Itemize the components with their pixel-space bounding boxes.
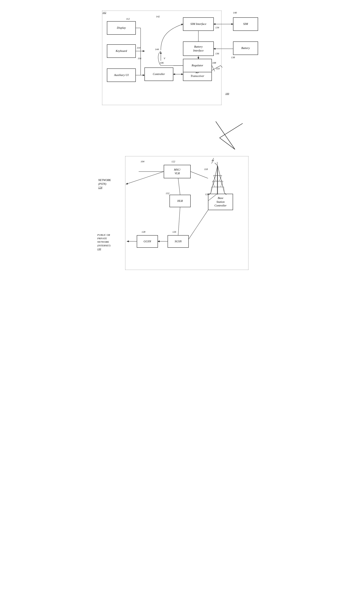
ref-118: 118 <box>204 168 208 171</box>
regulator-box: Regulator <box>183 59 212 72</box>
ref-v: V <box>164 57 165 60</box>
full-diagram: 102 112 Display Keyboard Auxiliary UI Co… <box>96 0 268 278</box>
ref-128: 128 <box>142 230 145 233</box>
hlr-box: HLR <box>169 195 191 207</box>
svg-line-17 <box>220 138 235 149</box>
network-pstn-label: NETWORK (PSTN) 124 <box>98 178 111 190</box>
ref-136: 136 <box>215 52 219 55</box>
svg-line-38 <box>224 193 226 195</box>
battery-interface-box: BatteryInterface <box>183 41 214 56</box>
svg-line-16 <box>216 121 235 149</box>
base-station-controller-box: BaseStationController <box>208 194 233 210</box>
ref-114: 114 <box>137 46 140 49</box>
top-diagram: 102 112 Display Keyboard Auxiliary UI Co… <box>96 0 268 120</box>
battery-external-box: Battery <box>233 41 258 55</box>
cell-tower <box>208 162 227 195</box>
ref-label-102: 102 <box>103 11 106 14</box>
msc-vlr-box: MSC/VLR <box>164 165 191 178</box>
ref-104: 104 <box>141 160 144 163</box>
ggsn-box: GGSN <box>137 235 158 248</box>
ref-108: 108 <box>212 61 216 64</box>
ref-134: 134 <box>215 26 219 29</box>
display-box: Display <box>107 21 136 35</box>
ref-110: 110 <box>216 67 220 70</box>
public-private-network-label: PUBLIC OR PRIVATE NETWORK (INTERNET) 130 <box>97 233 110 251</box>
controller-box: Controller <box>144 67 173 81</box>
svg-line-18 <box>220 123 243 138</box>
ref-144: 144 <box>155 48 159 51</box>
keyboard-box: Keyboard <box>107 44 136 58</box>
ref-106: 106 <box>160 61 164 64</box>
lightning-section <box>96 120 268 150</box>
auxiliary-ui-box: Auxiliary UI <box>107 68 136 82</box>
lightning-svg <box>96 120 268 150</box>
sgsn-box: SGSN <box>168 235 189 248</box>
ref-122: 122 <box>171 160 175 163</box>
ref-138: 138 <box>231 56 235 59</box>
ref-142: 142 <box>156 15 160 18</box>
ref-100: 100 <box>225 92 229 95</box>
ref-140: 140 <box>233 11 237 14</box>
tower-svg <box>208 162 227 196</box>
bottom-diagram: NETWORK (PSTN) 124 PUBLIC OR PRIVATE NET… <box>96 150 268 278</box>
ref-132: 132 <box>166 192 169 195</box>
ref-116: 116 <box>138 57 141 60</box>
svg-line-36 <box>215 163 216 164</box>
sim-external-box: SIM <box>233 17 258 31</box>
ref-126: 126 <box>172 230 176 233</box>
svg-line-37 <box>209 193 211 195</box>
ref-label-112: 112 <box>126 17 130 20</box>
sim-interface-box: SIM Interface <box>183 17 214 31</box>
